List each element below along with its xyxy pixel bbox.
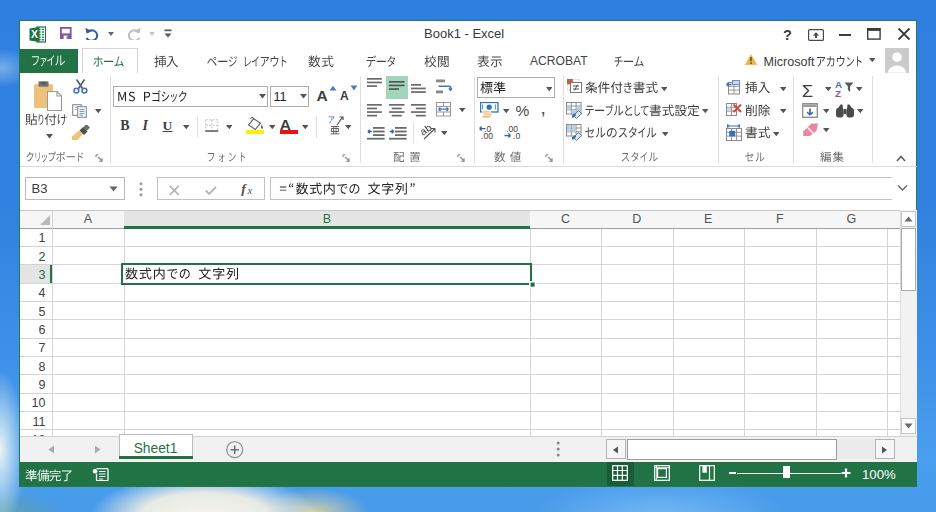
svg-text:.00: .00 [481,131,493,139]
svg-text:.0: .0 [513,131,520,139]
svg-text:X: X [31,28,38,40]
